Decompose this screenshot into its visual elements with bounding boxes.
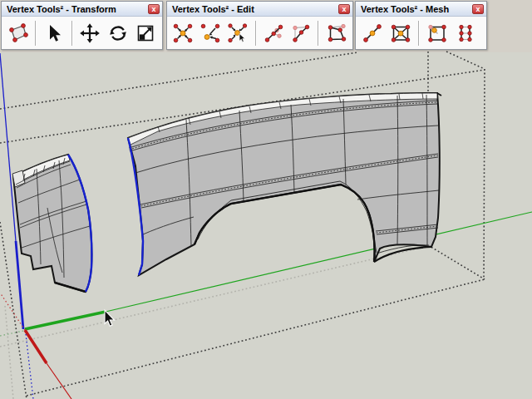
toolbar-transform-title: Vertex Tools² - Transform <box>7 4 116 14</box>
insert-vertex-button[interactable] <box>423 18 451 48</box>
poke-face-button[interactable] <box>387 18 415 48</box>
make-planar-icon <box>326 22 347 44</box>
toolbar-separator <box>255 21 257 46</box>
move-vertices-button[interactable] <box>76 18 104 48</box>
scale-box-icon <box>135 22 156 44</box>
toolbar-mesh: Vertex Tools² - Mesh x <box>355 1 487 50</box>
split-edge-button[interactable] <box>358 18 387 48</box>
merge-with-pick-icon <box>227 22 249 44</box>
poke-face-icon <box>390 22 411 44</box>
close-icon[interactable]: x <box>148 4 160 14</box>
split-vertices-button[interactable] <box>260 18 288 48</box>
toolbar-separator <box>418 21 420 46</box>
close-icon[interactable]: x <box>338 4 350 14</box>
move-cross-icon <box>79 22 101 44</box>
insert-vertex-icon <box>426 22 448 44</box>
toolbar-mesh-title: Vertex Tools² - Mesh <box>361 4 449 14</box>
viewport-canvas[interactable] <box>0 0 532 399</box>
vertex-polygon-icon <box>7 22 29 44</box>
toolbar-separator <box>318 21 319 46</box>
select-arrow-icon <box>43 22 65 44</box>
rotate-arrows-icon <box>107 22 129 44</box>
select-vertices-button[interactable] <box>40 18 67 48</box>
scale-vertices-button[interactable] <box>132 18 160 48</box>
unweld-vertices-icon <box>290 22 312 44</box>
toolbar-transform-titlebar[interactable]: Vertex Tools² - Transform x <box>2 2 162 17</box>
toolbar-edit: Vertex Tools² - Edit x <box>166 1 353 50</box>
make-planar-button[interactable] <box>323 18 350 48</box>
split-vertices-icon <box>263 22 284 44</box>
toolbar-edit-title: Vertex Tools² - Edit <box>172 4 254 14</box>
toolbar-transform: Vertex Tools² - Transform x <box>1 1 163 50</box>
merge-to-vertex-button[interactable] <box>197 18 224 48</box>
toolbar-separator <box>71 21 73 46</box>
merge-to-vertex-icon <box>200 22 221 44</box>
toolbar-mesh-titlebar[interactable]: Vertex Tools² - Mesh x <box>356 2 486 17</box>
split-edge-icon <box>362 22 383 44</box>
merge-vertices-button[interactable] <box>170 18 197 48</box>
toolbar-edit-titlebar[interactable]: Vertex Tools² - Edit x <box>167 2 352 17</box>
toolbar-separator <box>35 21 37 46</box>
bridge-edges-button[interactable] <box>451 18 480 48</box>
bridge-edges-icon <box>455 22 476 44</box>
unweld-vertices-button[interactable] <box>287 18 314 48</box>
merge-vertices-icon <box>172 22 194 44</box>
toggle-vertex-tools-button[interactable] <box>4 18 32 48</box>
merge-with-pick-button[interactable] <box>224 18 252 48</box>
rotate-vertices-button[interactable] <box>104 18 131 48</box>
close-icon[interactable]: x <box>472 4 484 14</box>
